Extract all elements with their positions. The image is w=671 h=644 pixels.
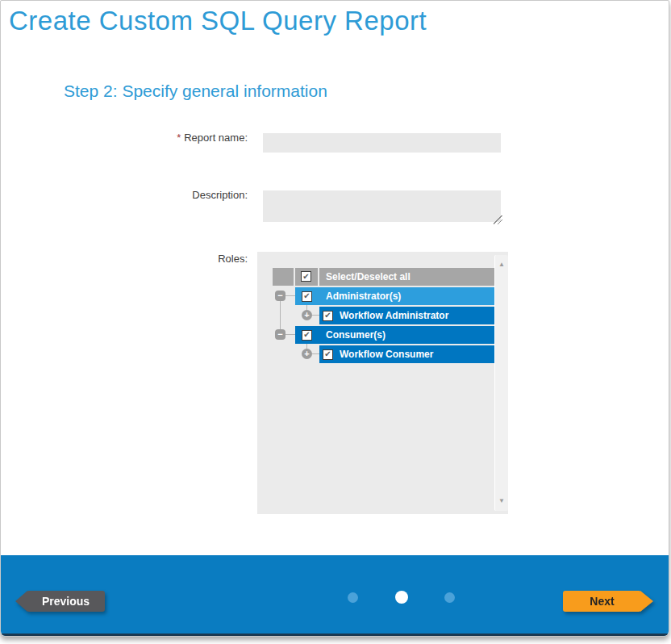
tree-row-consumers[interactable]: ✔ Consumer(s) <box>295 326 494 344</box>
roles-tree-panel: Select/Deselect all ✔ − + − + <box>257 252 508 514</box>
description-label: Description: <box>122 189 248 201</box>
tree-connector <box>312 353 319 354</box>
check-icon: ✔ <box>324 350 331 358</box>
required-asterisk-icon: * <box>177 132 181 144</box>
collapse-administrators-button[interactable]: − <box>275 291 285 301</box>
minus-icon: − <box>277 291 282 300</box>
tree-row-workflow-consumer[interactable]: ✔ Workflow Consumer <box>319 345 494 363</box>
step-dot-2-active[interactable] <box>395 591 408 604</box>
report-name-input[interactable] <box>263 133 501 153</box>
tree-connector <box>312 315 319 316</box>
description-textarea[interactable] <box>263 190 501 222</box>
expand-workflow-administrator-button[interactable]: + <box>302 310 312 320</box>
collapse-consumers-button[interactable]: − <box>275 329 285 340</box>
step-dot-1[interactable] <box>348 592 358 603</box>
step-heading: Step 2: Specify general information <box>64 82 327 101</box>
check-icon: ✔ <box>324 312 331 320</box>
workflow-consumer-checkbox[interactable]: ✔ <box>323 349 333 360</box>
plus-icon: + <box>304 310 309 320</box>
administrators-checkbox[interactable]: ✔ <box>302 291 312 302</box>
expand-workflow-consumer-button[interactable]: + <box>302 349 312 359</box>
resize-grip-icon[interactable] <box>494 215 502 224</box>
check-icon: ✔ <box>302 273 309 281</box>
wizard-footer: Previous Next <box>1 555 669 636</box>
check-icon: ✔ <box>303 331 310 339</box>
select-deselect-all-label: Select/Deselect all <box>326 271 411 282</box>
tree-row-workflow-administrator[interactable]: ✔ Workflow Administrator <box>319 307 494 324</box>
step-dot-3[interactable] <box>444 592 455 603</box>
header-indent-cell <box>273 268 294 286</box>
minus-icon: − <box>277 329 282 339</box>
next-arrow-icon <box>640 591 653 612</box>
page-title: Create Custom SQL Query Report <box>9 6 427 36</box>
roles-header-row[interactable]: Select/Deselect all ✔ <box>273 268 494 286</box>
tree-connector <box>285 295 295 296</box>
description-field-wrap <box>263 190 501 222</box>
consumers-checkbox[interactable]: ✔ <box>302 330 312 341</box>
report-name-label: *Report name: <box>122 132 248 144</box>
plus-icon: + <box>304 349 309 358</box>
workflow-administrator-checkbox[interactable]: ✔ <box>323 311 333 321</box>
scroll-down-icon[interactable]: ▼ <box>495 498 508 504</box>
scroll-up-icon[interactable]: ▲ <box>495 261 508 268</box>
previous-arrow-icon <box>15 591 27 612</box>
tree-connector <box>285 334 295 335</box>
tree-connector <box>280 301 281 329</box>
tree-row-administrators[interactable]: ✔ Administrator(s) <box>295 287 494 305</box>
check-icon: ✔ <box>303 292 310 300</box>
wizard-window: Create Custom SQL Query Report Step 2: S… <box>0 0 669 637</box>
roles-vertical-scrollbar[interactable]: ▲ ▼ <box>494 255 508 511</box>
select-deselect-all-checkbox[interactable]: ✔ <box>301 271 311 282</box>
roles-label: Roles: <box>122 253 248 265</box>
